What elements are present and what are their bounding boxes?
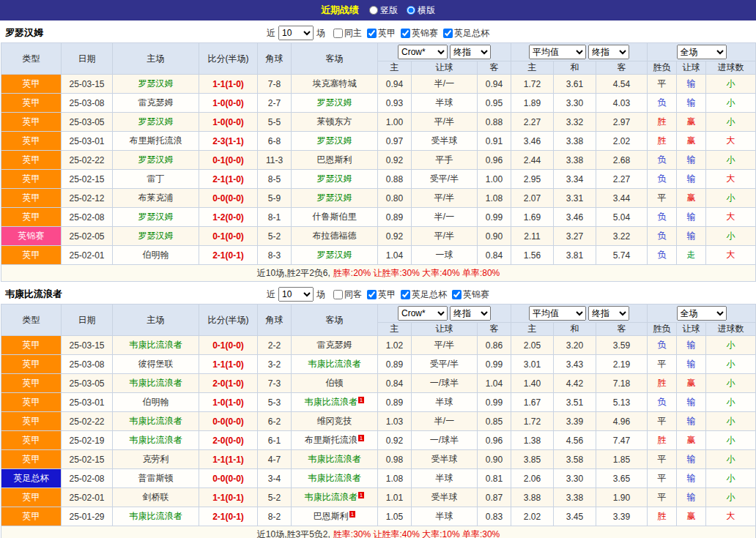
team-name-heading: 韦康比流浪者	[5, 288, 62, 301]
vertical-layout-radio[interactable]	[369, 6, 378, 15]
efl-trophy-filter-option[interactable]: 英锦赛	[401, 27, 438, 40]
league-cell: 英甲	[1, 132, 62, 151]
odds-stage-select[interactable]: 终指	[450, 45, 491, 59]
sub-avg-home: 主	[511, 323, 554, 336]
league-one-filter[interactable]	[367, 29, 377, 38]
away-team-cell: 什鲁斯伯里	[292, 208, 378, 227]
sub-goals: 进球数	[706, 323, 756, 336]
result-cell: 负	[648, 393, 677, 412]
avg-stage-select[interactable]: 终指	[588, 306, 629, 321]
fa-cup-filter-option[interactable]: 英足总杯	[401, 288, 447, 301]
red-card-badge: 1	[358, 397, 364, 403]
league-one-filter[interactable]	[367, 290, 377, 299]
score-cell: 1-0(1-0)	[199, 393, 258, 412]
handicap-result-cell: 赢	[677, 189, 706, 208]
fa-cup-filter[interactable]	[443, 29, 453, 38]
goals-cell: 小	[706, 431, 756, 450]
odds-away-cell: 1.00	[478, 170, 511, 189]
avg-draw-cell: 3.30	[554, 94, 596, 113]
same-away-filter[interactable]	[333, 290, 343, 299]
team-name: 罗瑟汉姆	[138, 78, 174, 89]
sub-handicap-result: 让球	[677, 61, 706, 75]
home-team-cell: 韦康比流浪者	[113, 336, 199, 355]
league-one-filter-option[interactable]: 英甲	[367, 27, 396, 40]
avg-draw-cell: 3.51	[554, 393, 596, 412]
avg-home-cell: 1.67	[511, 393, 554, 412]
date-cell: 25-03-15	[62, 75, 113, 94]
match-row: 英甲25-02-22韦康比流浪者0-0(0-0)6-2维冈竞技1.03半/一0.…	[1, 412, 756, 431]
away-team-cell: 巴恩斯利1	[292, 507, 378, 526]
fa-cup-filter-label: 英足总杯	[454, 27, 489, 40]
avg-away-cell: 7.18	[596, 374, 648, 393]
match-count-select[interactable]: 10	[278, 287, 314, 302]
scope-select[interactable]: 全场	[677, 306, 727, 321]
odds-away-cell: 0.90	[478, 227, 511, 246]
away-team-cell: 罗瑟汉姆	[292, 132, 378, 151]
team-name: 罗瑟汉姆	[317, 173, 352, 184]
league-cell: 英甲	[1, 393, 62, 412]
fa-cup-filter-option[interactable]: 英足总杯	[443, 27, 489, 40]
sub-odds-home: 主	[378, 323, 412, 336]
same-home-filter-option[interactable]: 同主	[333, 27, 362, 40]
avg-stage-select[interactable]: 终指	[588, 45, 629, 59]
odds-company-select[interactable]: Crow*	[398, 45, 448, 59]
odds-away-cell: 0.94	[478, 75, 511, 94]
summary-text: 近10场,胜3平5负2,	[257, 529, 330, 538]
efl-trophy-filter-option[interactable]: 英锦赛	[452, 288, 489, 301]
odds-stage-select[interactable]: 终指	[450, 306, 491, 321]
filter-checkbox-group: 同客英甲英足总杯英锦赛	[328, 288, 489, 301]
avg-away-cell: 4.96	[596, 412, 648, 431]
handicap-cell: 平/半	[412, 227, 478, 246]
match-row: 英甲25-03-15韦康比流浪者0-1(0-0)2-2雷克瑟姆1.02平/半0.…	[1, 336, 756, 355]
scope-select[interactable]: 全场	[677, 45, 727, 59]
league-cell: 英甲	[1, 355, 62, 374]
col-score: 比分(半场)	[199, 305, 258, 336]
result-cell: 平	[648, 189, 677, 208]
col-away: 客场	[292, 305, 378, 336]
odds-home-cell: 0.98	[378, 450, 412, 469]
league-one-filter-option[interactable]: 英甲	[367, 288, 396, 301]
efl-trophy-filter[interactable]	[452, 290, 462, 299]
avg-odds-select[interactable]: 平均值	[529, 306, 586, 321]
result-cell: 胜	[648, 507, 677, 526]
odds-away-cell: 0.99	[478, 208, 511, 227]
fa-cup-filter[interactable]	[401, 290, 410, 299]
handicap-cell: 半/一	[412, 75, 478, 94]
avg-home-cell: 2.95	[511, 170, 554, 189]
home-team-cell: 布莱克浦	[113, 189, 199, 208]
same-home-filter[interactable]	[333, 29, 343, 38]
efl-trophy-filter[interactable]	[401, 29, 410, 38]
odds-home-cell: 1.03	[378, 412, 412, 431]
sub-handicap: 让球	[412, 323, 478, 336]
same-away-filter-option[interactable]: 同客	[333, 288, 362, 301]
home-team-cell: 布里斯托流浪	[113, 132, 199, 151]
date-cell: 25-02-15	[62, 450, 113, 469]
avg-odds-select[interactable]: 平均值	[529, 45, 586, 59]
home-team-cell: 罗瑟汉姆	[113, 113, 199, 132]
col-type: 类型	[1, 43, 62, 75]
sub-handicap-result: 让球	[677, 323, 706, 336]
avg-draw-cell: 4.56	[554, 431, 596, 450]
league-cell: 英甲	[1, 113, 62, 132]
team-name: 韦康比流浪者	[130, 416, 182, 426]
match-count-select[interactable]: 10	[278, 26, 314, 40]
same-home-filter-label: 同主	[344, 27, 362, 40]
league-one-filter-label: 英甲	[378, 27, 396, 40]
team-section-wycombe: 韦康比流浪者 近 10 场 同客英甲英足总杯英锦赛 类型 日期 主场 比分(半场…	[1, 285, 755, 538]
near-label: 近	[267, 27, 275, 40]
avg-home-cell: 1.72	[511, 412, 554, 431]
odds-company-select[interactable]: Crow*	[398, 306, 448, 321]
date-cell: 25-02-19	[62, 431, 113, 450]
horizontal-layout-radio-option[interactable]: 横版	[407, 4, 435, 17]
home-team-cell: 罗瑟汉姆	[113, 75, 199, 94]
away-team-cell: 伯顿	[292, 374, 378, 393]
avg-draw-cell: 3.38	[554, 151, 596, 170]
vertical-layout-radio-option[interactable]: 竖版	[369, 4, 398, 17]
home-team-cell: 伯明翰	[113, 393, 199, 412]
horizontal-layout-radio[interactable]	[407, 6, 415, 15]
section-header: 罗瑟汉姆 近 10 场 同主英甲英锦赛英足总杯	[1, 23, 755, 42]
horizontal-layout-radio-label: 横版	[418, 4, 435, 17]
team-name: 罗瑟汉姆	[138, 154, 174, 165]
goals-cell: 小	[706, 355, 756, 374]
avg-home-cell: 1.89	[511, 94, 554, 113]
